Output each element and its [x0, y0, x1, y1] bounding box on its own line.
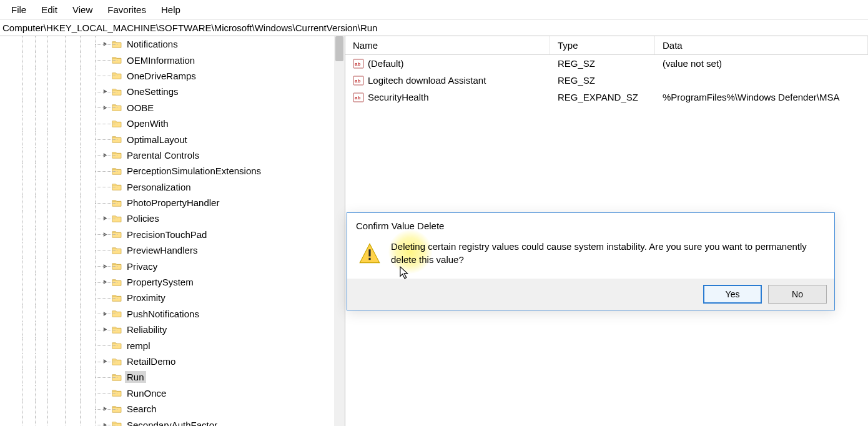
dialog-message: Deleting certain registry values could c…: [391, 240, 823, 266]
tree-item[interactable]: OneSettings: [0, 84, 345, 99]
tree-item-label: Personalization: [125, 181, 193, 193]
value-name-cell: (Default): [345, 58, 550, 69]
tree-item[interactable]: Search: [0, 401, 345, 417]
column-data[interactable]: Data: [655, 36, 868, 54]
tree-guides: [0, 147, 100, 163]
tree-guides: [0, 337, 100, 353]
tree-item-label: Notifications: [125, 38, 180, 50]
value-name-cell: SecurityHealth: [345, 92, 550, 103]
tree-item-label: OneDriveRamps: [125, 70, 198, 82]
tree-item-label: OEMInformation: [125, 54, 197, 66]
tree-guides: [0, 354, 100, 369]
column-name[interactable]: Name: [345, 36, 550, 54]
tree-guides: [0, 369, 100, 385]
tree-item-label: Privacy: [125, 260, 159, 272]
tree-item[interactable]: OpenWith: [0, 116, 345, 131]
value-data-cell: %ProgramFiles%\Windows Defender\MSA: [655, 92, 868, 102]
tree-item-label: rempl: [125, 340, 152, 352]
address-text: Computer\HKEY_LOCAL_MACHINE\SOFTWARE\Mic…: [2, 22, 377, 33]
tree-item[interactable]: OEMInformation: [0, 52, 345, 67]
tree-item[interactable]: Personalization: [0, 179, 345, 195]
tree-item-label: Parental Controls: [125, 149, 201, 161]
tree-item-label: RunOnce: [125, 387, 168, 399]
tree-item[interactable]: Policies: [0, 211, 345, 226]
value-row[interactable]: Logitech download AssistantREG_SZ: [345, 72, 868, 89]
tree-item[interactable]: Reliability: [0, 322, 345, 337]
value-type-cell: REG_SZ: [550, 58, 655, 69]
tree-item-label: PreviewHandlers: [125, 244, 199, 256]
tree-item[interactable]: SecondaryAuthFactor: [0, 417, 345, 426]
tree-item[interactable]: Parental Controls: [0, 147, 345, 163]
menu-help[interactable]: Help: [154, 2, 188, 17]
svg-rect-14: [368, 249, 370, 256]
tree-item-label: OptimalLayout: [125, 134, 189, 146]
tree-item[interactable]: PropertySystem: [0, 274, 345, 290]
tree-item[interactable]: RetailDemo: [0, 354, 345, 369]
tree-item[interactable]: PreviewHandlers: [0, 242, 345, 258]
tree-guides: [0, 163, 100, 179]
value-row[interactable]: (Default)REG_SZ(value not set): [345, 55, 868, 72]
tree-item[interactable]: Notifications: [0, 36, 345, 52]
tree-item[interactable]: PerceptionSimulationExtensions: [0, 163, 345, 179]
tree-item-label: OpenWith: [125, 117, 170, 129]
dialog-title: Confirm Value Delete: [347, 213, 834, 235]
value-row[interactable]: SecurityHealthREG_EXPAND_SZ%ProgramFiles…: [345, 89, 868, 106]
address-bar[interactable]: Computer\HKEY_LOCAL_MACHINE\SOFTWARE\Mic…: [0, 20, 868, 36]
tree-item-label: Run: [125, 371, 146, 383]
warning-icon: [358, 242, 381, 265]
tree-item[interactable]: Privacy: [0, 258, 345, 274]
tree-item[interactable]: OOBE: [0, 100, 345, 116]
registry-tree[interactable]: NotificationsOEMInformationOneDriveRamps…: [0, 36, 345, 426]
tree-guides: [0, 131, 100, 147]
no-button[interactable]: No: [768, 285, 827, 304]
tree-item[interactable]: rempl: [0, 337, 345, 353]
tree-panel: NotificationsOEMInformationOneDriveRamps…: [0, 36, 345, 426]
tree-guides: [0, 258, 100, 274]
tree-item-label: PhotoPropertyHandler: [125, 197, 221, 209]
tree-item[interactable]: Run: [0, 369, 345, 385]
values-header: Name Type Data: [345, 36, 868, 55]
tree-guides: [0, 84, 100, 99]
menu-view[interactable]: View: [65, 2, 100, 17]
dialog-button-bar: Yes No: [347, 279, 834, 310]
tree-item[interactable]: RunOnce: [0, 385, 345, 401]
tree-guides: [0, 242, 100, 258]
tree-guides: [0, 211, 100, 226]
tree-guides: [0, 68, 100, 84]
menu-edit[interactable]: Edit: [34, 2, 65, 17]
values-list[interactable]: (Default)REG_SZ(value not set)Logitech d…: [345, 55, 868, 106]
tree-item[interactable]: OneDriveRamps: [0, 68, 345, 84]
tree-guides: [0, 322, 100, 337]
tree-guides: [0, 274, 100, 290]
tree-item[interactable]: PrecisionTouchPad: [0, 227, 345, 242]
reg-string-icon: [353, 75, 364, 86]
tree-item-label: OneSettings: [125, 86, 180, 97]
tree-item[interactable]: OptimalLayout: [0, 131, 345, 147]
tree-item-label: RetailDemo: [125, 355, 177, 367]
menubar: File Edit View Favorites Help: [0, 0, 868, 20]
reg-string-icon: [353, 92, 364, 103]
reg-string-icon: [353, 58, 364, 69]
yes-button[interactable]: Yes: [703, 285, 762, 304]
tree-scrollbar[interactable]: [334, 36, 345, 426]
menu-favorites[interactable]: Favorites: [100, 2, 154, 17]
tree-guides: [0, 179, 100, 195]
tree-guides: [0, 227, 100, 242]
tree-scrollbar-thumb[interactable]: [335, 36, 343, 61]
tree-item[interactable]: PhotoPropertyHandler: [0, 195, 345, 211]
tree-item[interactable]: PushNotifications: [0, 306, 345, 322]
tree-item-label: PrecisionTouchPad: [125, 229, 209, 240]
tree-item-label: SecondaryAuthFactor: [125, 419, 219, 426]
tree-guides: [0, 195, 100, 211]
tree-guides: [0, 385, 100, 401]
tree-item-label: Search: [125, 403, 159, 415]
column-type[interactable]: Type: [550, 36, 655, 54]
tree-item-label: Policies: [125, 212, 161, 224]
tree-guides: [0, 290, 100, 305]
tree-item-label: Reliability: [125, 324, 169, 335]
value-data-cell: (value not set): [655, 58, 868, 69]
menu-file[interactable]: File: [4, 2, 34, 17]
tree-item[interactable]: Proximity: [0, 290, 345, 305]
tree-item-label: PerceptionSimulationExtensions: [125, 165, 263, 177]
tree-guides: [0, 401, 100, 417]
